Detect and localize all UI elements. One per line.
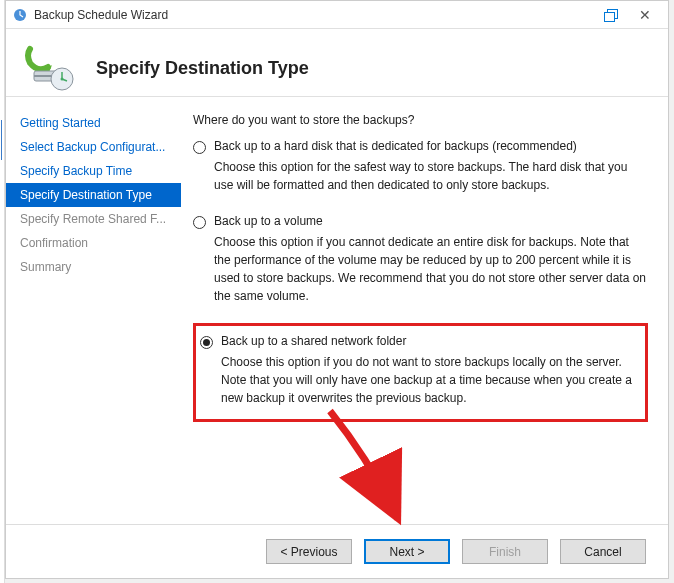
wizard-header: Specify Destination Type: [6, 29, 668, 97]
sidebar-item-getting-started[interactable]: Getting Started: [6, 111, 181, 135]
previous-button[interactable]: < Previous: [266, 539, 352, 564]
radio-hard-disk[interactable]: [193, 141, 206, 154]
option-hard-disk[interactable]: Back up to a hard disk that is dedicated…: [193, 137, 648, 196]
highlighted-option-box: Back up to a shared network folder Choos…: [193, 323, 648, 422]
option-label: Back up to a shared network folder: [221, 334, 406, 348]
backup-wizard-icon: [24, 45, 78, 93]
app-icon: [12, 7, 28, 23]
sidebar-item-confirmation: Confirmation: [6, 231, 181, 255]
option-desc: Choose this option for the safest way to…: [214, 158, 648, 194]
cancel-button[interactable]: Cancel: [560, 539, 646, 564]
sidebar-item-remote-folder: Specify Remote Shared F...: [6, 207, 181, 231]
sidebar-item-destination-type[interactable]: Specify Destination Type: [6, 183, 181, 207]
sidebar-item-select-config[interactable]: Select Backup Configurat...: [6, 135, 181, 159]
option-desc: Choose this option if you do not want to…: [221, 353, 639, 407]
close-icon: ✕: [639, 7, 651, 23]
option-label: Back up to a volume: [214, 214, 323, 228]
wizard-content: Where do you want to store the backups? …: [181, 97, 668, 524]
sidebar-item-backup-time[interactable]: Specify Backup Time: [6, 159, 181, 183]
option-network-folder[interactable]: Back up to a shared network folder Choos…: [200, 332, 639, 409]
next-button[interactable]: Next >: [364, 539, 450, 564]
close-button[interactable]: ✕: [628, 4, 662, 26]
option-label: Back up to a hard disk that is dedicated…: [214, 139, 577, 153]
page-title: Specify Destination Type: [96, 58, 309, 79]
radio-volume[interactable]: [193, 216, 206, 229]
wizard-steps-sidebar: Getting Started Select Backup Configurat…: [6, 97, 181, 524]
finish-button: Finish: [462, 539, 548, 564]
titlebar-text: Backup Schedule Wizard: [34, 8, 594, 22]
wizard-footer: < Previous Next > Finish Cancel: [6, 524, 668, 578]
sidebar-item-summary: Summary: [6, 255, 181, 279]
question-text: Where do you want to store the backups?: [193, 113, 648, 127]
wizard-dialog: Backup Schedule Wizard ✕ Specify Destina…: [5, 0, 669, 579]
option-volume[interactable]: Back up to a volume Choose this option i…: [193, 212, 648, 307]
titlebar: Backup Schedule Wizard ✕: [6, 1, 668, 29]
restore-icon: [604, 9, 618, 21]
option-desc: Choose this option if you cannot dedicat…: [214, 233, 648, 305]
radio-network-folder[interactable]: [200, 336, 213, 349]
restore-button[interactable]: [594, 4, 628, 26]
